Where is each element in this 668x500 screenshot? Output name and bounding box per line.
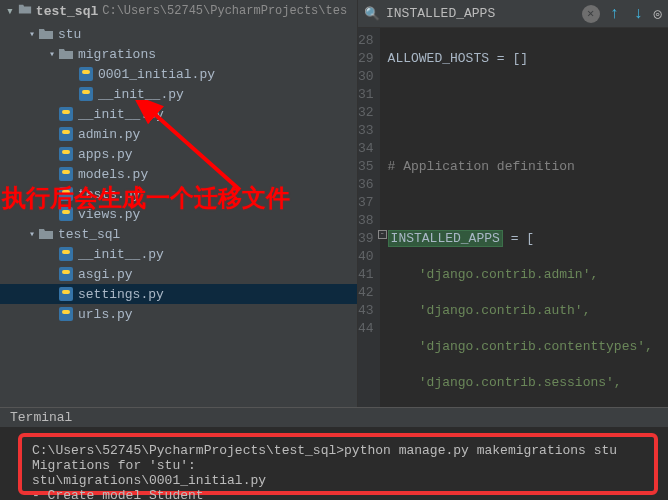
tree-file-init1[interactable]: __init__.py — [0, 84, 357, 104]
code-text: = [ — [503, 231, 534, 246]
tree-file-urls[interactable]: urls.py — [0, 304, 357, 324]
tree-item-label: settings.py — [78, 287, 164, 302]
python-file-icon — [58, 246, 74, 262]
code-line: 'django.contrib.auth', — [388, 303, 591, 318]
code-line: 'django.contrib.contenttypes', — [388, 339, 653, 354]
folder-icon — [38, 26, 54, 42]
tree-item-label: __init__.py — [78, 247, 164, 262]
search-query[interactable]: INSTALLED_APPS — [386, 6, 576, 21]
line-num: 43 — [358, 302, 374, 320]
python-file-icon — [58, 286, 74, 302]
svg-rect-17 — [62, 250, 70, 254]
code-line: 'django.contrib.admin', — [388, 267, 599, 282]
tree-folder-stu[interactable]: ▾stu — [0, 24, 357, 44]
svg-rect-11 — [62, 170, 70, 174]
folder-icon — [58, 46, 74, 62]
chevron-down-icon: ▾ — [26, 28, 38, 40]
terminal-tab-label: Terminal — [10, 410, 72, 425]
python-file-icon — [58, 126, 74, 142]
code-body[interactable]: ALLOWED_HOSTS = [] # Application definit… — [380, 28, 668, 410]
python-file-icon — [58, 106, 74, 122]
tree-file-asgi[interactable]: asgi.py — [0, 264, 357, 284]
chevron-down-icon: ▾ — [26, 228, 38, 240]
svg-rect-15 — [62, 210, 70, 214]
line-num: 34 — [358, 140, 374, 158]
line-num: 29 — [358, 50, 374, 68]
svg-rect-21 — [62, 290, 70, 294]
tree-folder-pkg[interactable]: ▾test_sql — [0, 224, 357, 244]
line-num: 36 — [358, 176, 374, 194]
tree-item-label: admin.py — [78, 127, 140, 142]
editor-panel: 🔍 INSTALLED_APPS ✕ ↑ ↓ ◎ 28 29 30 31 32 … — [358, 0, 668, 410]
fold-icon[interactable]: - — [378, 230, 387, 239]
folder-icon — [18, 2, 32, 20]
line-num: 41 — [358, 266, 374, 284]
python-file-icon — [58, 266, 74, 282]
svg-rect-9 — [62, 150, 70, 154]
tree-item-label: urls.py — [78, 307, 133, 322]
tree-item-label: models.py — [78, 167, 148, 182]
svg-rect-23 — [62, 310, 70, 314]
arrow-down-icon[interactable]: ↓ — [630, 5, 648, 23]
project-name: test_sql — [36, 4, 98, 19]
line-num: 38 — [358, 212, 374, 230]
clear-search-icon[interactable]: ✕ — [582, 5, 600, 23]
svg-rect-5 — [62, 110, 70, 114]
svg-rect-13 — [62, 190, 70, 194]
project-root-row[interactable]: ▾ test_sql C:\Users\52745\PycharmProject… — [0, 0, 357, 22]
tree-file-views[interactable]: views.py — [0, 204, 357, 224]
line-num: 39 — [358, 230, 374, 248]
tree-file-tests[interactable]: tests.py — [0, 184, 357, 204]
code-line: ALLOWED_HOSTS = [] — [388, 51, 528, 66]
terminal-tab[interactable]: Terminal — [0, 407, 668, 427]
folder-icon — [38, 226, 54, 242]
line-num: 35 — [358, 158, 374, 176]
project-tree-panel: ▾ test_sql C:\Users\52745\PycharmProject… — [0, 0, 358, 410]
tree-folder-migrations[interactable]: ▾migrations — [0, 44, 357, 64]
line-num: 30 — [358, 68, 374, 86]
tree-file-apps[interactable]: apps.py — [0, 144, 357, 164]
tree-file-initial[interactable]: 0001_initial.py — [0, 64, 357, 84]
tree-item-label: stu — [58, 27, 81, 42]
tree-item-label: migrations — [78, 47, 156, 62]
target-icon[interactable]: ◎ — [654, 5, 662, 22]
tree-file-admin[interactable]: admin.py — [0, 124, 357, 144]
code-editor[interactable]: 28 29 30 31 32 33 34 35 36 37 38 39 40 4… — [358, 28, 668, 410]
python-file-icon — [58, 206, 74, 222]
line-num: 40 — [358, 248, 374, 266]
tree-file-settings[interactable]: settings.py — [0, 284, 357, 304]
line-num: 28 — [358, 32, 374, 50]
tree-item-label: 0001_initial.py — [98, 67, 215, 82]
annotation-box: C:\Users\52745\PycharmProjects\test_sql>… — [18, 433, 658, 495]
python-file-icon — [58, 166, 74, 182]
search-icon: 🔍 — [364, 6, 380, 22]
chevron-down-icon: ▾ — [6, 3, 14, 19]
line-num: 32 — [358, 104, 374, 122]
tree-item-label: views.py — [78, 207, 140, 222]
python-file-icon — [78, 86, 94, 102]
code-line: 'django.contrib.sessions', — [388, 375, 622, 390]
chevron-down-icon: ▾ — [46, 48, 58, 60]
tree-file-models[interactable]: models.py — [0, 164, 357, 184]
terminal-line: C:\Users\52745\PycharmProjects\test_sql>… — [32, 443, 644, 458]
terminal-panel[interactable]: C:\Users\52745\PycharmProjects\test_sql>… — [0, 427, 668, 500]
arrow-up-icon[interactable]: ↑ — [606, 5, 624, 23]
tree-file-init2[interactable]: __init__.py — [0, 104, 357, 124]
terminal-line: stu\migrations\0001_initial.py — [32, 473, 644, 488]
search-hit: INSTALLED_APPS — [388, 230, 503, 247]
tree-item-label: __init__.py — [78, 107, 164, 122]
line-num: 33 — [358, 122, 374, 140]
svg-rect-3 — [82, 90, 90, 94]
line-num: 37 — [358, 194, 374, 212]
find-bar: 🔍 INSTALLED_APPS ✕ ↑ ↓ ◎ — [358, 0, 668, 28]
tree-item-label: tests.py — [78, 187, 140, 202]
svg-rect-1 — [82, 70, 90, 74]
line-num: 42 — [358, 284, 374, 302]
terminal-line: - Create model Student — [32, 488, 644, 500]
tree-file-init3[interactable]: __init__.py — [0, 244, 357, 264]
python-file-icon — [58, 146, 74, 162]
svg-rect-7 — [62, 130, 70, 134]
tree-item-label: __init__.py — [98, 87, 184, 102]
line-num: 44 — [358, 320, 374, 338]
line-num: 31 — [358, 86, 374, 104]
